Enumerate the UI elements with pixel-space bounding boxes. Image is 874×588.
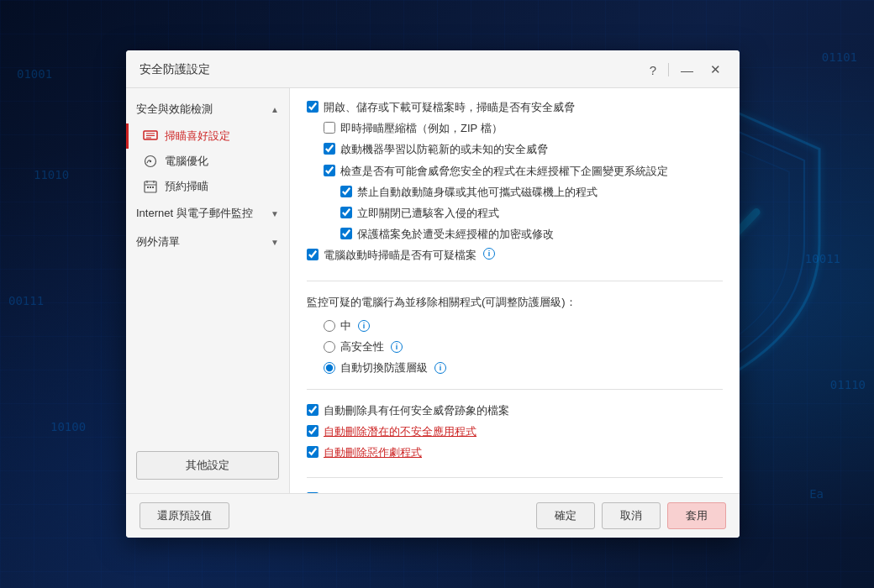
close-button[interactable]: ✕ [705, 60, 726, 79]
label-a2[interactable]: 自動刪除潛在的不安全應用程式 [324, 424, 476, 439]
label-c7: 保護檔案免於遭受未經授權的加密或修改 [357, 227, 554, 242]
sidebar-section-3[interactable]: 例外清單 ▼ [126, 228, 289, 256]
content-area: 開啟、儲存或下載可疑檔案時，掃瞄是否有安全威脅 即時掃瞄壓縮檔（例如，ZIP 檔… [290, 88, 740, 493]
svg-rect-10 [147, 186, 149, 188]
sidebar-section-2-label: Internet 與電子郵件監控 [136, 206, 253, 221]
checkbox-a3[interactable] [307, 446, 319, 458]
radio-row-r3: 自動切換防護層級 i [307, 360, 723, 375]
monitor-section: 監控可疑的電腦行為並移除相關程式(可調整防護層級)： 中 i 高安全性 i 自動… [307, 295, 723, 375]
radio-label-r1: 中 [340, 318, 351, 333]
label-c4: 檢查是否有可能會威脅您安全的程式在未經授權下企圖變更系統設定 [340, 164, 668, 179]
check-row-c6: 立即關閉已遭駭客入侵的程式 [307, 206, 723, 221]
info-icon-c8[interactable]: i [483, 248, 495, 260]
checkbox-c3[interactable] [324, 143, 335, 155]
dialog: 安全防護設定 ? — ✕ 安全與效能檢測 ▲ [126, 50, 740, 538]
chevron-down-icon-3: ▼ [271, 238, 279, 247]
checkbox-c1[interactable] [307, 101, 319, 113]
check-row-c5: 禁止自動啟動隨身碟或其他可攜式磁碟機上的程式 [307, 185, 723, 200]
scan-icon [143, 129, 158, 143]
sidebar-item-pc-optimize-label: 電腦優化 [165, 154, 208, 169]
check-row-c8: 電腦啟動時掃瞄是否有可疑檔案 i [307, 248, 723, 263]
check-row-c2: 即時掃瞄壓縮檔（例如，ZIP 檔） [307, 121, 723, 136]
check-row-a1: 自動刪除具有任何安全威脅跡象的檔案 [307, 403, 723, 418]
check-row-a2: 自動刪除潛在的不安全應用程式 [307, 424, 723, 439]
sidebar-section-1[interactable]: 安全與效能檢測 ▲ [126, 95, 289, 123]
sidebar-section-3-label: 例外清單 [136, 234, 180, 249]
check-row-c7: 保護檔案免於遭受未經授權的加密或修改 [307, 227, 723, 242]
label-c5: 禁止自動啟動隨身碟或其他可攜式磁碟機上的程式 [357, 185, 598, 200]
radio-r1[interactable] [324, 320, 335, 332]
speedometer-icon [143, 155, 158, 168]
dialog-title: 安全防護設定 [140, 62, 210, 77]
checkbox-section-1: 開啟、儲存或下載可疑檔案時，掃瞄是否有安全威脅 即時掃瞄壓縮檔（例如，ZIP 檔… [307, 100, 723, 264]
label-c6: 立即關閉已遭駭客入侵的程式 [357, 206, 499, 221]
sidebar-footer: 其他設定 [126, 444, 289, 486]
info-icon-r3[interactable]: i [434, 362, 446, 374]
restore-defaults-button[interactable]: 還原預設值 [140, 502, 229, 529]
label-c3: 啟動機器學習以防範新的或未知的安全威脅 [340, 142, 548, 157]
minimize-button[interactable]: — [676, 61, 698, 79]
sidebar-item-scheduled-scan[interactable]: 預約掃瞄 [126, 174, 289, 199]
svg-rect-12 [152, 186, 154, 188]
checkbox-c6[interactable] [340, 207, 352, 218]
title-bar: 安全防護設定 ? — ✕ [126, 50, 740, 88]
help-button[interactable]: ? [645, 61, 661, 79]
section-divider-1 [307, 281, 723, 281]
checkbox-c5[interactable] [340, 186, 352, 197]
label-a3[interactable]: 自動刪除惡作劇程式 [324, 445, 422, 460]
title-controls: ? — ✕ [645, 60, 726, 79]
radio-row-r1: 中 i [307, 318, 723, 333]
other-settings-button[interactable]: 其他設定 [136, 451, 279, 480]
svg-rect-11 [150, 186, 151, 188]
label-c1: 開啟、儲存或下載可疑檔案時，掃瞄是否有安全威脅 [324, 100, 575, 115]
label-c8: 電腦啟動時掃瞄是否有可疑檔案 [324, 248, 476, 263]
sidebar: 安全與效能檢測 ▲ 掃瞄喜好設定 [126, 88, 290, 493]
check-row-c1: 開啟、儲存或下載可疑檔案時，掃瞄是否有安全威脅 [307, 100, 723, 115]
radio-label-r3: 自動切換防護層級 [340, 360, 428, 375]
calendar-icon [143, 180, 158, 193]
ok-button[interactable]: 確定 [536, 502, 595, 529]
dialog-body: 安全與效能檢測 ▲ 掃瞄喜好設定 [126, 88, 740, 493]
apply-button[interactable]: 套用 [667, 502, 726, 529]
radio-r2[interactable] [324, 341, 335, 353]
section-divider-2 [307, 389, 723, 390]
monitor-section-title: 監控可疑的電腦行為並移除相關程式(可調整防護層級)： [307, 295, 723, 310]
check-row-a3: 自動刪除惡作劇程式 [307, 445, 723, 460]
info-icon-r2[interactable]: i [391, 341, 403, 353]
section-divider-3 [307, 477, 723, 478]
footer-right: 確定 取消 套用 [536, 502, 726, 529]
check-row-c3: 啟動機器學習以防範新的或未知的安全威脅 [307, 142, 723, 157]
radio-label-r2: 高安全性 [340, 339, 384, 354]
dialog-footer: 還原預設值 確定 取消 套用 [126, 493, 740, 538]
sidebar-item-scan-settings[interactable]: 掃瞄喜好設定 [126, 123, 289, 149]
label-a1: 自動刪除具有任何安全威脅跡象的檔案 [324, 403, 509, 418]
sidebar-item-pc-optimize[interactable]: 電腦優化 [126, 149, 289, 174]
sidebar-section-1-label: 安全與效能檢測 [136, 102, 213, 117]
label-c2: 即時掃瞄壓縮檔（例如，ZIP 檔） [340, 121, 503, 136]
sidebar-item-scan-settings-label: 掃瞄喜好設定 [165, 129, 230, 144]
sidebar-item-scheduled-scan-label: 預約掃瞄 [165, 179, 208, 194]
check-row-c4: 檢查是否有可能會威脅您安全的程式在未經授權下企圖變更系統設定 [307, 164, 723, 179]
title-divider [668, 63, 669, 76]
cancel-button[interactable]: 取消 [602, 502, 661, 529]
chevron-up-icon: ▲ [271, 105, 279, 114]
radio-row-r2: 高安全性 i [307, 339, 723, 354]
svg-point-5 [150, 160, 151, 162]
checkbox-c2[interactable] [324, 122, 335, 134]
footer-left: 還原預設值 [140, 502, 229, 529]
auto-delete-section: 自動刪除具有任何安全威脅跡象的檔案 自動刪除潛在的不安全應用程式 自動刪除惡作劇… [307, 403, 723, 461]
sidebar-section-2[interactable]: Internet 與電子郵件監控 ▼ [126, 199, 289, 228]
checkbox-a1[interactable] [307, 404, 319, 416]
checkbox-c4[interactable] [324, 165, 335, 176]
checkbox-a2[interactable] [307, 425, 319, 437]
chevron-down-icon-2: ▼ [271, 209, 279, 218]
info-icon-r1[interactable]: i [358, 320, 370, 332]
checkbox-c7[interactable] [340, 228, 352, 239]
radio-r3[interactable] [324, 362, 335, 374]
checkbox-c8[interactable] [307, 249, 319, 260]
